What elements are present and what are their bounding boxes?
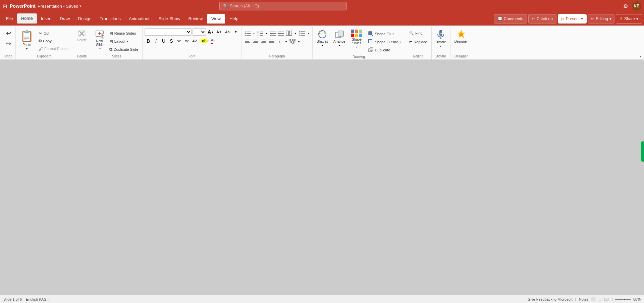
new-slide-button[interactable]: NewSlide ▾ (93, 28, 107, 51)
editing-button[interactable]: ✏ Editing ▾ (588, 14, 614, 24)
clear-formatting-button[interactable]: ✦ (232, 28, 239, 36)
search-bar[interactable]: 🔍 Search (Alt + Q) (219, 2, 347, 10)
font-color-button[interactable]: A ▾ (209, 37, 216, 45)
menu-item-view[interactable]: View (207, 13, 225, 24)
new-slide-label: NewSlide (96, 39, 104, 47)
copy-button[interactable]: ⧉ Copy (37, 37, 71, 45)
font-color-icon: A (211, 38, 214, 44)
columns-chevron[interactable]: ▾ (293, 30, 298, 37)
new-slide-chevron: ▾ (99, 47, 101, 50)
green-tab[interactable] (641, 141, 644, 162)
shapes-label: Shapes (317, 40, 328, 43)
menu-item-draw[interactable]: Draw (56, 13, 74, 24)
reading-view-icon[interactable]: 📖 (604, 297, 609, 301)
increase-font-size-button[interactable]: A ▲ (207, 28, 214, 36)
svg-marker-36 (299, 35, 300, 36)
format-painter-button[interactable]: 🖌 Format Painter (37, 45, 71, 52)
menu-item-home[interactable]: Home (17, 13, 37, 24)
slide-info: Slide 1 of 6 (3, 297, 22, 301)
avatar[interactable]: KB (632, 1, 641, 11)
convert-smartart-button[interactable] (289, 38, 296, 45)
designer-button[interactable]: Designer (452, 28, 470, 45)
underline-button[interactable]: U (160, 37, 167, 45)
shape-outline-button[interactable]: Shape Outline ▾ (366, 38, 403, 46)
language-indicator[interactable]: English (U.S.) (26, 297, 49, 301)
arrange-button[interactable]: Arrange ▾ (331, 28, 347, 48)
cut-button[interactable]: ✂ Cut (37, 30, 71, 37)
strikethrough-button[interactable]: S (168, 37, 175, 45)
layout-button[interactable]: ⊟ Layout ▾ (107, 38, 140, 45)
align-right-button[interactable] (260, 38, 267, 45)
share-button[interactable]: ⇧ Share ▾ (616, 14, 642, 24)
line-spacing-button[interactable] (298, 30, 306, 37)
slide-sorter-icon[interactable]: ⊞ (598, 297, 601, 301)
feedback-link[interactable]: Give Feedback to Microsoft (528, 297, 573, 301)
present-button[interactable]: ▷ Present ▾ (558, 14, 587, 24)
menu-item-slideshow[interactable]: Slide Show (154, 13, 184, 24)
grid-icon[interactable]: ⊞ (3, 3, 7, 9)
dictate-button[interactable]: Dictate ▾ (434, 28, 448, 49)
delete-group-label: Delete (75, 53, 89, 58)
menu-item-transitions[interactable]: Transitions (96, 13, 125, 24)
menu-item-insert[interactable]: Insert (37, 13, 56, 24)
highlight-color-button[interactable]: ab ▾ (201, 37, 209, 45)
menu-item-file[interactable]: File (2, 13, 17, 24)
title-chevron[interactable]: ▾ (79, 4, 82, 8)
text-direction-button[interactable]: ↕ (276, 38, 283, 45)
new-slide-icon (95, 30, 105, 39)
numbered-chevron[interactable]: ▾ (265, 30, 269, 37)
replace-icon: ⇄ (409, 40, 412, 44)
undo-button[interactable]: ↩ (3, 28, 13, 38)
reuse-slides-button[interactable]: ⊞ Reuse Slides (107, 30, 140, 37)
menu-item-help[interactable]: Help (225, 13, 243, 24)
shape-fill-button[interactable]: ▾ Shape Fill ▾ (366, 30, 403, 38)
paste-button[interactable]: 📋 Paste ▾ (18, 28, 36, 52)
subscript-button[interactable]: x2 (175, 37, 183, 45)
menu-item-review[interactable]: Review (184, 13, 207, 24)
font-name-select[interactable] (145, 28, 192, 36)
line-spacing-icon (299, 31, 305, 36)
font-size-select[interactable] (193, 28, 206, 36)
notes-button[interactable]: Notes (579, 297, 589, 301)
duplicate-slide-button[interactable]: ⧉ Duplicate Slide (107, 46, 140, 53)
shapes-button[interactable]: Shapes ▾ (315, 28, 330, 48)
menu-item-design[interactable]: Design (74, 13, 96, 24)
change-case-button[interactable]: Aa (224, 28, 231, 36)
line-spacing-chevron[interactable]: ▾ (306, 30, 310, 37)
text-spacing-button[interactable]: AV (191, 37, 198, 45)
normal-view-icon[interactable]: ⬜ (591, 297, 596, 301)
shape-styles-button[interactable]: ShapeStyles ▾ (349, 28, 365, 50)
align-center-button[interactable] (252, 38, 259, 45)
menu-item-animations[interactable]: Animations (125, 13, 154, 24)
columns-button[interactable] (285, 30, 293, 37)
expand-ribbon-button[interactable]: ▾ (638, 53, 643, 59)
italic-button[interactable]: I (152, 37, 160, 45)
text-direction-chevron[interactable]: ▾ (284, 38, 288, 45)
bullets-button[interactable] (244, 30, 251, 37)
catchup-button[interactable]: ↩ Catch up (528, 14, 556, 24)
delete-button[interactable]: Delete (75, 28, 89, 43)
superscript-button[interactable]: x2 (183, 37, 191, 45)
paste-icon: 📋 (20, 30, 34, 42)
find-button[interactable]: 🔍 Find (407, 30, 429, 37)
clipboard-group-label: Clipboard (18, 53, 71, 58)
redo-button[interactable]: ↪ (3, 39, 13, 49)
convert-chevron[interactable]: ▾ (297, 38, 301, 45)
align-left-button[interactable] (244, 38, 251, 45)
justify-button[interactable] (268, 38, 275, 45)
increase-indent-button[interactable] (277, 30, 285, 37)
settings-icon[interactable]: ⚙ (622, 2, 629, 10)
decrease-font-size-button[interactable]: A ▼ (215, 28, 223, 36)
svg-marker-61 (324, 31, 326, 34)
zoom-slider[interactable]: ───●── (615, 297, 631, 301)
replace-button[interactable]: ⇄ Replace (407, 38, 429, 46)
bold-button[interactable]: B (145, 37, 152, 45)
numbered-list-button[interactable]: 1. 2. 3. (257, 30, 264, 37)
zoom-level[interactable]: 60% (633, 297, 641, 301)
bullets-chevron[interactable]: ▾ (252, 30, 256, 37)
comments-button[interactable]: 💬 Comments (494, 14, 527, 24)
decrease-font-icon: A (216, 30, 219, 34)
decrease-indent-button[interactable] (269, 30, 277, 37)
duplicate-drawing-button[interactable]: Duplicate (366, 46, 403, 54)
status-separator-2: | (611, 297, 612, 301)
